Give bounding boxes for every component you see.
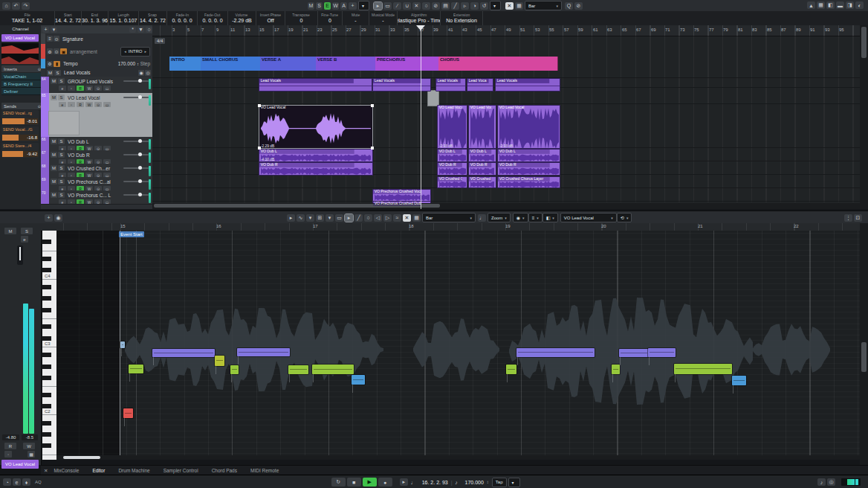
strip-icon-a[interactable]: ◦ xyxy=(4,451,12,458)
audio-event[interactable]: VO Lead Vocal -2.93 dB xyxy=(437,105,467,149)
edited-part-dropdown[interactable]: VO Lead Vocal▾ xyxy=(560,213,617,222)
editor-tool-button[interactable]: ▸ xyxy=(287,214,295,222)
play-button[interactable]: ▶ xyxy=(363,478,377,487)
editor-grid-dropdown[interactable]: Bar▾ xyxy=(422,213,476,222)
audio-event[interactable]: VO Lead Voc xyxy=(468,105,496,149)
audio-track-row[interactable]: 66 M S VO Dub L e ▫ R W ⊙ ▭ xyxy=(41,137,152,151)
track-state-button[interactable]: A xyxy=(340,2,347,10)
iterative-quantize-button[interactable]: ⊘ xyxy=(574,2,583,10)
inspector-header[interactable]: Channel xyxy=(0,25,41,31)
audio-track-row[interactable]: 68 M S VO Crushed Ch...er e ▫ R W ⊙ ▭ xyxy=(41,164,152,178)
track-list-header-icon[interactable]: + xyxy=(42,27,49,33)
audio-event[interactable]: Lead Voca xyxy=(467,78,493,92)
editor-vertical-scrollbar[interactable] xyxy=(860,223,868,465)
grid-type-dropdown[interactable]: Bar▾ xyxy=(525,1,562,10)
audio-event[interactable]: Lead Vocals xyxy=(495,78,560,92)
variaudio-note-display[interactable]: Event Start xyxy=(56,231,860,460)
tool-button[interactable]: ▹ xyxy=(461,2,469,10)
info-field[interactable]: Fade-In 0. 0. 0. 0 xyxy=(167,11,198,25)
editor-tool-button[interactable]: ∿ xyxy=(297,214,305,222)
signature-track[interactable]: ≡⊙ Signature xyxy=(41,33,152,45)
track-volume-slider[interactable] xyxy=(123,167,149,169)
arranger-track[interactable]: ⚙⊙ ▣ arrangement ◂INTRO▸ xyxy=(41,44,152,60)
info-field[interactable]: End 30. 1. 3. 96 xyxy=(82,11,108,25)
zone-toggle-icon[interactable]: ▬ xyxy=(836,1,844,9)
group-lane-handle[interactable] xyxy=(427,90,439,106)
audio-event[interactable]: VO Prechorus Crushed Vocal xyxy=(372,189,431,202)
editor-zoom-dropdown[interactable]: Zoom▾ xyxy=(488,213,511,222)
freeze-button[interactable]: ▭ xyxy=(103,86,111,91)
tool-button[interactable]: ◑ xyxy=(470,2,479,10)
lower-zone-tab[interactable]: Editor xyxy=(92,468,105,473)
variaudio-segment[interactable] xyxy=(237,348,290,356)
lower-zone-tab[interactable]: MIDI Remote xyxy=(250,468,279,473)
track-mute-button[interactable]: M xyxy=(51,179,57,184)
info-field[interactable]: Start 14. 4. 2. 72 xyxy=(55,11,82,25)
arranger-section[interactable]: INTRO xyxy=(169,57,201,71)
undo-workflow-icon[interactable]: ↺ xyxy=(480,2,488,10)
undo-workflow-dropdown[interactable]: ▾ xyxy=(490,1,501,10)
track-name[interactable]: VO Lead Vocal xyxy=(68,95,121,100)
track-volume-slider[interactable] xyxy=(123,194,149,196)
arranger-section[interactable]: SMALL CHORUS xyxy=(201,57,261,71)
tempo-mode-dropdown[interactable]: ▾ xyxy=(508,478,520,487)
audio-event[interactable]: VO Dub L xyxy=(468,149,496,162)
event-list-dropdown[interactable]: ≡▾ xyxy=(528,213,542,222)
record-enable-button[interactable]: R xyxy=(77,102,84,107)
track-mute-button[interactable]: M xyxy=(51,94,57,100)
audio-event[interactable]: VO Dub R xyxy=(437,162,467,176)
project-horizontal-scrollbar[interactable] xyxy=(152,203,860,209)
toolbar-icon[interactable]: ↷ xyxy=(22,2,30,10)
transport-right-icon[interactable]: ♪ xyxy=(817,478,826,486)
inserts-section-header[interactable]: Inserts⊙ xyxy=(1,65,43,72)
zone-toggle-icon[interactable]: ◨ xyxy=(846,1,854,9)
audio-event[interactable]: VO Crushed Chorus xyxy=(437,176,467,188)
editor-tool-button[interactable]: ▸ xyxy=(345,214,353,222)
monitor-button[interactable]: W xyxy=(85,199,93,205)
arranger-section[interactable]: PRECHORUS xyxy=(375,57,439,71)
audio-track-row[interactable]: 64 M S GROUP Lead Vocals e ▫ R W ⊙ ▭ xyxy=(41,77,152,94)
variaudio-segment[interactable] xyxy=(506,365,516,374)
project-cursor-handle[interactable] xyxy=(416,25,425,30)
aq-label[interactable]: AQ xyxy=(35,480,42,484)
editor-tool-button[interactable]: ✕ xyxy=(403,214,411,222)
insert-slot[interactable]: VocalChain xyxy=(1,73,43,80)
monitor-button[interactable]: W xyxy=(85,86,93,91)
transport-left-icon[interactable]: ◔ xyxy=(3,478,11,486)
audio-event[interactable]: Lead Vocals xyxy=(259,78,372,92)
info-field[interactable]: Mute - xyxy=(343,11,369,25)
audio-event[interactable]: VO Dub R xyxy=(468,162,496,176)
audio-track-row[interactable]: 69 M S VO Prechorus C...al e ▫ R W ⊙ ▭ xyxy=(41,177,152,191)
editor-tool-button[interactable]: ≈ xyxy=(393,214,401,222)
tool-button[interactable]: ✕ xyxy=(412,2,421,10)
editor-toolbar-icon[interactable]: ◉ xyxy=(54,214,62,222)
track-mute-button[interactable]: M xyxy=(51,78,57,84)
variaudio-segment[interactable] xyxy=(352,375,365,385)
strip-read-button[interactable]: R xyxy=(4,443,16,449)
arranger-section[interactable]: VERSE B xyxy=(316,57,376,71)
record-enable-button[interactable]: R xyxy=(77,86,84,91)
track-solo-button[interactable]: S xyxy=(58,179,65,184)
snap-button[interactable]: ✕ xyxy=(505,2,514,10)
track-list-header-icon[interactable]: ○ xyxy=(146,27,152,33)
send-slot[interactable]: SEND Vocal.../G -16.8 xyxy=(1,126,39,141)
track-solo-button[interactable]: S xyxy=(58,138,65,144)
info-field[interactable]: Musical Mode - xyxy=(369,11,398,25)
tool-button[interactable]: ∪ xyxy=(403,2,411,10)
track-list-header-icon[interactable]: * xyxy=(129,27,136,33)
tempo-stepper[interactable]: ↕ xyxy=(487,480,489,484)
track-solo-button[interactable]: S xyxy=(58,152,65,158)
audio-event[interactable]: VO Dub R xyxy=(259,162,373,176)
zone-toggle-icon[interactable]: ▲ xyxy=(807,1,815,9)
audio-event[interactable]: VO Dub L xyxy=(437,149,467,162)
lower-zone-tab[interactable]: Chord Pads xyxy=(212,468,237,473)
project-vertical-scrollbar[interactable] xyxy=(860,25,868,209)
tool-button[interactable]: ▤ xyxy=(441,2,450,10)
track-solo-button[interactable]: S xyxy=(58,165,65,171)
tool-button[interactable]: ∕ xyxy=(393,2,401,10)
insert-slot[interactable]: B Frequency II xyxy=(1,80,43,88)
close-lower-zone-button[interactable]: ✕ xyxy=(44,468,48,474)
track-volume-slider[interactable] xyxy=(123,97,149,98)
editor-tool-button[interactable]: ◁ xyxy=(374,214,382,222)
pan-control[interactable] xyxy=(17,245,23,265)
